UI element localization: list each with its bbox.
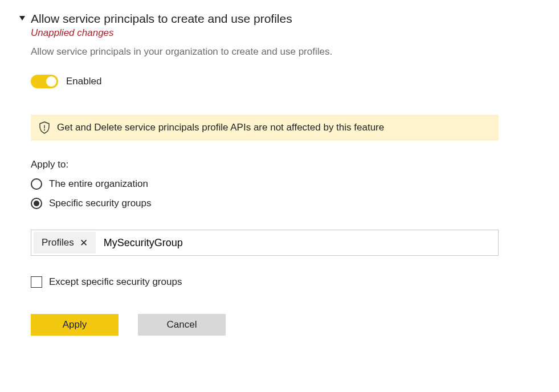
security-groups-input[interactable]: Profiles ✕ xyxy=(31,230,499,256)
checkbox-icon xyxy=(31,276,42,288)
info-banner: Get and Delete service principals profil… xyxy=(31,115,499,141)
radio-label-specific-groups: Specific security groups xyxy=(49,198,152,209)
radio-icon xyxy=(31,178,42,190)
cancel-button[interactable]: Cancel xyxy=(138,314,226,336)
radio-entire-organization[interactable]: The entire organization xyxy=(31,178,499,190)
unapplied-changes-label: Unapplied changes xyxy=(31,27,499,39)
security-groups-text-field[interactable] xyxy=(101,232,496,253)
except-checkbox-label: Except specific security groups xyxy=(49,276,182,288)
shield-warning-icon xyxy=(39,121,50,134)
chip-label: Profiles xyxy=(42,237,74,248)
radio-icon xyxy=(31,198,42,209)
apply-button[interactable]: Apply xyxy=(31,314,119,336)
setting-description: Allow service principals in your organiz… xyxy=(31,46,499,59)
except-specific-groups-checkbox[interactable]: Except specific security groups xyxy=(31,276,499,288)
enabled-toggle[interactable] xyxy=(31,75,58,88)
apply-to-label: Apply to: xyxy=(31,159,499,170)
info-banner-text: Get and Delete service principals profil… xyxy=(57,122,384,133)
enabled-toggle-label: Enabled xyxy=(66,76,101,87)
svg-point-1 xyxy=(44,129,45,130)
radio-specific-security-groups[interactable]: Specific security groups xyxy=(31,198,499,209)
radio-label-entire-org: The entire organization xyxy=(49,178,148,190)
collapse-caret-icon[interactable] xyxy=(19,16,25,21)
setting-title: Allow service principals to create and u… xyxy=(31,11,499,26)
chip-profiles: Profiles ✕ xyxy=(34,232,96,254)
chip-remove-icon[interactable]: ✕ xyxy=(77,236,90,250)
toggle-knob xyxy=(46,76,56,87)
